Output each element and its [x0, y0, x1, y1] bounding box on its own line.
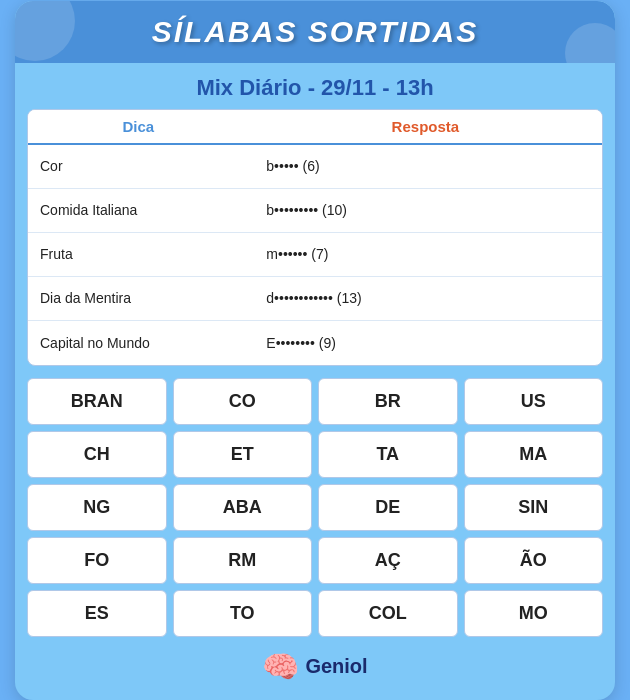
syllable-cell[interactable]: ÃO	[464, 537, 604, 584]
table-header-row: Dica Resposta	[28, 110, 602, 145]
syllables-grid: BRANCOBRUSCHETTAMANGABADESINFORMAÇÃOESTO…	[27, 378, 603, 637]
dica-cell: Dia da Mentira	[28, 282, 254, 314]
table-row: Dia da Mentira d•••••••••••• (13)	[28, 277, 602, 321]
main-title: SÍLABAS SORTIDAS	[35, 15, 595, 49]
geniol-logo: 🧠 Geniol	[262, 649, 367, 684]
header-section: SÍLABAS SORTIDAS	[15, 1, 615, 63]
syllable-cell[interactable]: AÇ	[318, 537, 458, 584]
dica-cell: Cor	[28, 150, 254, 182]
syllable-cell[interactable]: RM	[173, 537, 313, 584]
clues-table: Dica Resposta Cor b••••• (6) Comida Ital…	[27, 109, 603, 366]
syllable-cell[interactable]: BR	[318, 378, 458, 425]
syllable-cell[interactable]: NG	[27, 484, 167, 531]
syllable-cell[interactable]: MA	[464, 431, 604, 478]
dica-cell: Comida Italiana	[28, 194, 254, 226]
resposta-cell: d•••••••••••• (13)	[254, 282, 602, 314]
table-row: Cor b••••• (6)	[28, 145, 602, 189]
syllable-cell[interactable]: ABA	[173, 484, 313, 531]
syllable-cell[interactable]: BRAN	[27, 378, 167, 425]
col-header-dica: Dica	[28, 110, 249, 143]
main-container: SÍLABAS SORTIDAS Mix Diário - 29/11 - 13…	[15, 1, 615, 700]
geniol-icon: 🧠	[262, 649, 299, 684]
resposta-cell: b••••••••• (10)	[254, 194, 602, 226]
syllable-cell[interactable]: TA	[318, 431, 458, 478]
syllable-cell[interactable]: SIN	[464, 484, 604, 531]
footer: 🧠 Geniol	[15, 649, 615, 686]
syllable-cell[interactable]: DE	[318, 484, 458, 531]
resposta-cell: E•••••••• (9)	[254, 327, 602, 359]
subtitle: Mix Diário - 29/11 - 13h	[15, 63, 615, 109]
dica-cell: Capital no Mundo	[28, 327, 254, 359]
syllable-cell[interactable]: ET	[173, 431, 313, 478]
syllable-cell[interactable]: CH	[27, 431, 167, 478]
table-row: Capital no Mundo E•••••••• (9)	[28, 321, 602, 365]
resposta-cell: b••••• (6)	[254, 150, 602, 182]
brand-name: Geniol	[305, 655, 367, 678]
syllable-cell[interactable]: COL	[318, 590, 458, 637]
resposta-cell: m•••••• (7)	[254, 238, 602, 270]
syllable-cell[interactable]: ES	[27, 590, 167, 637]
syllable-cell[interactable]: CO	[173, 378, 313, 425]
syllable-cell[interactable]: TO	[173, 590, 313, 637]
table-row: Fruta m•••••• (7)	[28, 233, 602, 277]
syllable-cell[interactable]: MO	[464, 590, 604, 637]
dica-cell: Fruta	[28, 238, 254, 270]
syllable-cell[interactable]: US	[464, 378, 604, 425]
table-row: Comida Italiana b••••••••• (10)	[28, 189, 602, 233]
col-header-resposta: Resposta	[249, 110, 602, 143]
syllable-cell[interactable]: FO	[27, 537, 167, 584]
